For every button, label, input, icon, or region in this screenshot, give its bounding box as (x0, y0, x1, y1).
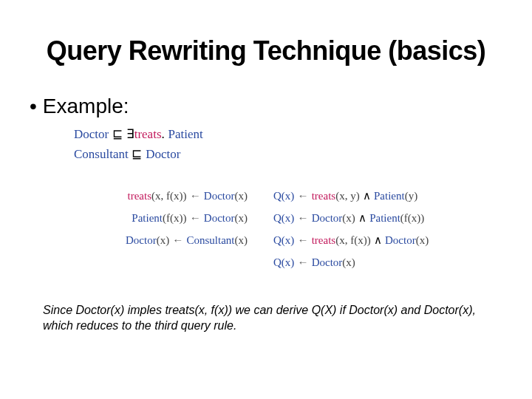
left-rule-2: Patient(f(x)) ← Doctor(x) (66, 207, 248, 229)
left-rule-1: treats(x, f(x)) ← Doctor(x) (66, 185, 248, 207)
bullet-dot: • (30, 95, 37, 118)
concept-patient: Patient (168, 127, 203, 141)
left-rule-3: Doctor(x) ← Consultant(x) (66, 229, 248, 251)
right-rule-3: Q(x) ← treats(x, f(x)) ∧ Doctor(x) (273, 229, 502, 251)
bullet-label: Example: (43, 95, 129, 117)
concept-doctor: Doctor (312, 256, 343, 268)
exists-symbol: ∃ (126, 127, 134, 141)
concept-patient: Patient (374, 190, 405, 202)
args: (f(x)) (400, 212, 424, 224)
role-treats: treats (128, 190, 151, 202)
arrow-symbol: ← (298, 190, 309, 202)
axiom-line-1: Doctor ⊑ ∃treats. Patient (74, 124, 203, 144)
and-symbol: ∧ (358, 212, 366, 224)
args: (x) (235, 212, 248, 224)
arrow-symbol: ← (190, 190, 201, 202)
and-symbol: ∧ (374, 234, 382, 246)
left-rules-block: treats(x, f(x)) ← Doctor(x) Patient(f(x)… (66, 185, 248, 251)
args: (x) (235, 234, 248, 246)
args: (x) (342, 256, 355, 268)
arrow-symbol: ← (298, 256, 309, 268)
query-head: Q(x) (273, 212, 294, 224)
arrow-symbol: ← (298, 212, 309, 224)
concept-doctor: Doctor (204, 190, 235, 202)
args: (x) (416, 234, 429, 246)
subsumes-symbol: ⊑ (112, 127, 123, 141)
concept-consultant: Consultant (74, 147, 129, 161)
role-treats: treats (312, 234, 335, 246)
concept-patient: Patient (132, 212, 163, 224)
query-head: Q(x) (273, 190, 294, 202)
args: (y) (405, 190, 418, 202)
args: (x) (157, 234, 170, 246)
slide-title: Query Rewriting Technique (basics) (0, 35, 532, 66)
concept-doctor: Doctor (385, 234, 416, 246)
arrow-symbol: ← (298, 234, 309, 246)
args: (x) (235, 190, 248, 202)
axiom-line-2: Consultant ⊑ Doctor (74, 144, 203, 164)
example-bullet: •Example: (30, 95, 129, 118)
concept-doctor: Doctor (312, 212, 343, 224)
concept-doctor: Doctor (74, 127, 109, 141)
right-rule-1: Q(x) ← treats(x, y) ∧ Patient(y) (273, 185, 502, 207)
axioms-block: Doctor ⊑ ∃treats. Patient Consultant ⊑ D… (74, 124, 203, 164)
arrow-symbol: ← (190, 212, 201, 224)
arrow-symbol: ← (172, 234, 183, 246)
concept-doctor: Doctor (146, 147, 180, 161)
args: (x, f(x)) (151, 190, 186, 202)
args: (x, f(x)) (335, 234, 370, 246)
role-treats: treats (134, 127, 162, 141)
args: (x) (342, 212, 355, 224)
args: (x, y) (335, 190, 360, 202)
and-symbol: ∧ (363, 190, 371, 202)
concept-consultant: Consultant (186, 234, 234, 246)
slide: Query Rewriting Technique (basics) •Exam… (0, 0, 532, 399)
query-head: Q(x) (273, 256, 294, 268)
concept-doctor: Doctor (204, 212, 235, 224)
subsumes-symbol: ⊑ (132, 147, 142, 161)
role-treats: treats (312, 190, 335, 202)
query-head: Q(x) (273, 234, 294, 246)
right-rule-4: Q(x) ← Doctor(x) (273, 251, 502, 273)
concept-patient: Patient (369, 212, 400, 224)
args: (f(x)) (163, 212, 186, 224)
concept-doctor: Doctor (126, 234, 157, 246)
right-rules-block: Q(x) ← treats(x, y) ∧ Patient(y) Q(x) ← … (273, 185, 502, 273)
dot-symbol: . (162, 127, 165, 141)
right-rule-2: Q(x) ← Doctor(x) ∧ Patient(f(x)) (273, 207, 502, 229)
footnote: Since Doctor(x) imples treats(x, f(x)) w… (43, 302, 489, 334)
